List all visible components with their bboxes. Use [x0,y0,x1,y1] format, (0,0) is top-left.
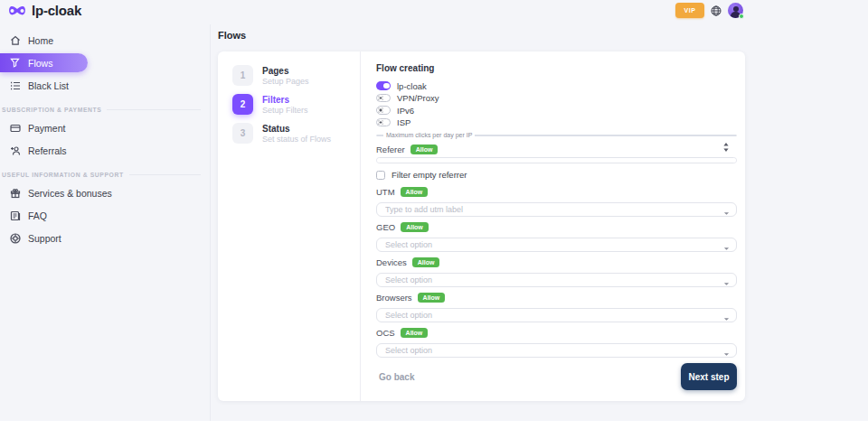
browsers-label-row: Browsers Allow [376,293,737,303]
geo-allow-badge[interactable]: Allow [401,222,429,232]
brand-logo[interactable]: lp-cloak [8,3,81,18]
step-title: Status [262,124,331,135]
home-icon [9,34,21,46]
browsers-select [376,305,737,328]
toggle-ipv6[interactable]: IPv6 [376,106,737,115]
geo-select-input[interactable] [376,238,737,252]
avatar[interactable] [728,3,743,18]
referrals-icon [9,145,21,156]
toggle-switch[interactable] [376,94,391,103]
sidebar-item-faq[interactable]: FAQ [0,206,210,225]
browsers-select-input[interactable] [376,308,737,322]
sidebar-item-payment[interactable]: Payment [0,118,210,137]
filter-empty-referrer-row[interactable]: Filter empty referrer [376,170,737,180]
flow-card: 1 Pages Setup Pages 2 Filters Setup Filt… [218,51,745,401]
ocs-label-row: OCS Allow [376,328,737,338]
main-content: Flows 1 Pages Setup Pages 2 Filters Setu… [211,24,868,421]
payment-icon [9,122,21,134]
ocs-allow-badge[interactable]: Allow [401,328,429,338]
section-title: SUBSCRIPTION & PAYMENTS [2,107,101,113]
gift-icon [9,187,21,199]
devices-select-input[interactable] [376,273,737,287]
geo-label-row: GEO Allow [376,222,737,232]
utm-allow-badge[interactable]: Allow [401,187,429,197]
form-footer: Go back Next step [376,363,737,390]
sidebar: Home Flows Black List SUBSCRIPTION & PAY… [0,24,211,421]
sidebar-item-label: Services & bonuses [28,188,112,199]
steps-column: 1 Pages Setup Pages 2 Filters Setup Filt… [218,51,361,401]
devices-allow-badge[interactable]: Allow [412,257,440,267]
referer-input[interactable] [376,157,737,163]
sidebar-item-label: Home [28,35,53,46]
sidebar-item-referrals[interactable]: Referrals [0,141,210,160]
sidebar-item-flows[interactable]: Flows [0,53,88,72]
step-pages[interactable]: 1 Pages Setup Pages [232,65,360,87]
devices-label: Devices [376,257,407,267]
sidebar-item-home[interactable]: Home [0,31,210,50]
flows-icon [9,57,21,69]
brand-name: lp-cloak [32,3,81,18]
app-root: lp-cloak VIP Home [0,0,868,429]
geo-select [376,235,737,257]
step-status[interactable]: 3 Status Set status of Flows [232,123,360,145]
step-title: Filters [262,95,308,106]
toggle-lp-cloak[interactable]: lp-cloak [376,81,737,90]
step-filters[interactable]: 2 Filters Setup Filters [232,94,360,116]
utm-label: UTM [376,187,395,197]
next-step-button[interactable]: Next step [681,363,737,390]
referer-allow-badge[interactable]: Allow [410,145,439,154]
step-number: 2 [232,94,253,115]
ocs-label: OCS [376,328,395,338]
sidebar-item-label: Black List [28,80,69,91]
section-title: USEFUL INFORMATION & SUPPORT [2,172,124,178]
go-back-button[interactable]: Go back [376,372,414,382]
sidebar-item-label: Payment [28,123,65,134]
sidebar-section-header: USEFUL INFORMATION & SUPPORT [2,172,210,178]
max-clicks-label: Maximum clicks per day per IP [383,132,475,138]
browsers-label: Browsers [376,293,412,303]
geo-label: GEO [376,222,395,232]
toggle-switch[interactable] [376,118,391,127]
toggle-label: IPv6 [397,106,414,116]
sidebar-item-label: Flows [28,58,52,69]
page-title: Flows [218,30,246,41]
checkbox-label: Filter empty referrer [392,170,467,180]
top-header: lp-cloak VIP [0,0,868,24]
filter-empty-referrer-checkbox[interactable] [376,171,385,180]
toggle-vpn-proxy[interactable]: VPN/Proxy [376,94,737,103]
faq-icon [9,210,21,221]
vip-button[interactable]: VIP [675,3,704,18]
devices-select [376,270,737,293]
sidebar-item-black-list[interactable]: Black List [0,76,210,95]
referer-label: Referer [376,145,405,154]
form-title: Flow creating [376,63,737,73]
sidebar-item-label: FAQ [28,210,47,221]
step-number: 3 [232,123,253,144]
stepper-icon[interactable] [722,140,730,151]
step-subtitle: Setup Filters [262,106,308,116]
devices-label-row: Devices Allow [376,257,737,267]
blacklist-icon [9,79,21,91]
ocs-select-input[interactable] [376,343,737,358]
bottom-strip [0,421,868,429]
online-status-dot [739,14,744,19]
toggle-label: VPN/Proxy [397,93,439,103]
utm-input[interactable] [376,202,737,217]
header-actions: VIP [675,3,743,18]
ocs-select [376,340,737,363]
referer-label-row: Referer Allow [376,145,737,154]
toggle-isp[interactable]: ISP [376,118,737,127]
browsers-allow-badge[interactable]: Allow [418,293,446,303]
utm-label-row: UTM Allow [376,187,737,197]
sidebar-item-support[interactable]: Support [0,228,210,247]
toggle-switch[interactable] [376,81,391,90]
sidebar-item-services-bonuses[interactable]: Services & bonuses [0,183,210,202]
sidebar-item-label: Referrals [28,145,67,156]
toggle-label: lp-cloak [397,81,427,91]
globe-icon[interactable] [711,5,722,16]
toggle-switch[interactable] [376,106,391,115]
step-title: Pages [262,66,309,77]
sidebar-section-header: SUBSCRIPTION & PAYMENTS [2,107,210,113]
support-icon [9,232,21,244]
step-subtitle: Setup Pages [262,77,309,87]
